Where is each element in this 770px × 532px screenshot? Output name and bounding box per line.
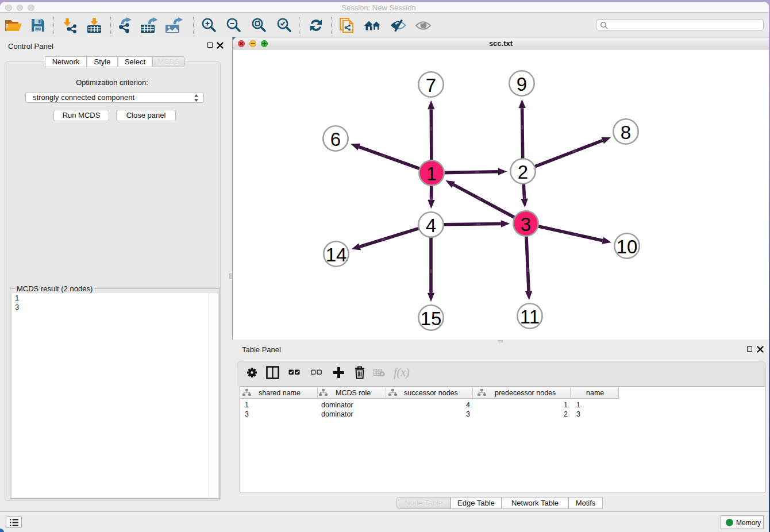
svg-text:3: 3 bbox=[521, 214, 531, 235]
svg-text:4: 4 bbox=[426, 215, 436, 236]
svg-text:8: 8 bbox=[621, 122, 631, 143]
svg-text:11: 11 bbox=[520, 306, 540, 327]
svg-text:2: 2 bbox=[518, 161, 528, 183]
svg-text:6: 6 bbox=[330, 129, 341, 150]
svg-text:10: 10 bbox=[617, 236, 638, 257]
svg-text:15: 15 bbox=[421, 308, 442, 329]
svg-text:9: 9 bbox=[517, 74, 527, 95]
svg-text:14: 14 bbox=[326, 244, 347, 265]
svg-text:1: 1 bbox=[426, 163, 437, 184]
svg-text:7: 7 bbox=[426, 75, 436, 96]
